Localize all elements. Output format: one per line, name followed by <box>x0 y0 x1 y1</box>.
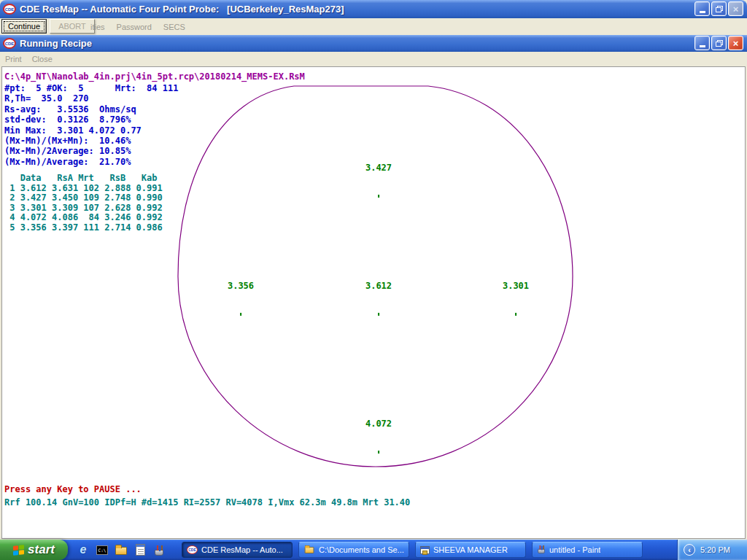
main-minimize-button[interactable] <box>694 1 710 16</box>
continue-button[interactable]: Continue <box>1 19 47 34</box>
wafer-point-bottom: 4.072 <box>357 398 400 474</box>
cde-app-icon: CDE <box>187 545 198 554</box>
paint-icon[interactable] <box>152 543 166 556</box>
wafer-point-value: 3.301 <box>495 281 537 291</box>
taskbar-item-sheeva-manager[interactable]: SHEEVA MANAGER <box>415 542 526 558</box>
quick-launch-bar: e C:\ <box>68 543 173 556</box>
wafer-point-value: 3.427 <box>357 163 400 173</box>
cde-app-icon: CDE <box>3 4 16 15</box>
recipe-window-title: Running Recipe <box>20 38 92 49</box>
taskbar-item-paint[interactable]: untitled - Paint <box>532 542 643 558</box>
wafer-point-marker <box>515 313 516 316</box>
app-window-icon <box>420 546 430 554</box>
wafer-point-marker <box>378 195 379 198</box>
recipe-restore-button[interactable] <box>711 36 727 50</box>
main-close-button[interactable]: × <box>728 1 743 16</box>
menu-item-utilities[interactable]: ities <box>90 23 105 31</box>
start-button-label: start <box>28 542 55 557</box>
recipe-window-titlebar: CDE Running Recipe × <box>0 35 747 52</box>
recipe-close-button[interactable]: × <box>728 36 743 50</box>
paint-icon <box>538 549 545 553</box>
wafer-point-left: 3.356 <box>220 260 262 336</box>
tray-chevron-icon[interactable]: ‹ <box>684 544 695 556</box>
menu-item-secs[interactable]: SECS <box>163 23 185 31</box>
command-prompt-icon[interactable]: C:\ <box>96 543 109 556</box>
wafer-point-value: 3.612 <box>357 281 400 291</box>
taskbar: start e C:\ CDE CDE ResMap -- Auto... C:… <box>0 540 747 560</box>
probe-status-line: Rrf 100.14 GnV=100 IDPf=H #d=1415 RI=255… <box>4 497 410 508</box>
wafer-point-value: 3.356 <box>220 281 262 291</box>
recipe-results-panel: C:\4p_NT\Nanolab_4in.prj\4in_5pt.rcp\201… <box>1 66 746 539</box>
internet-explorer-icon[interactable]: e <box>77 543 90 556</box>
notepad-icon[interactable] <box>133 543 147 556</box>
main-window-titlebar: CDE CDE ResMap -- Automatic Four Point P… <box>0 0 747 18</box>
main-restore-button[interactable] <box>711 1 727 16</box>
system-tray: ‹ 5:20 PM <box>677 540 747 560</box>
running-recipe-window: CDE Running Recipe × Print Close C:\4p_N… <box>0 35 747 540</box>
cde-app-icon: CDE <box>3 38 16 49</box>
folder-icon <box>305 547 314 553</box>
windows-flag-icon <box>13 545 24 556</box>
task-button-area: CDE CDE ResMap -- Auto... C:\Documents a… <box>173 542 677 558</box>
wafer-point-marker <box>378 313 379 316</box>
wafer-point-marker <box>240 313 241 316</box>
menu-item-close[interactable]: Close <box>32 55 53 63</box>
wafer-point-right: 3.301 <box>495 260 537 336</box>
wafer-point-top: 3.427 <box>357 142 400 218</box>
folder-icon[interactable] <box>115 543 128 556</box>
recipe-minimize-button[interactable] <box>694 36 710 50</box>
wafer-point-marker <box>378 451 379 454</box>
desktop: CDE CDE ResMap -- Automatic Four Point P… <box>0 0 747 560</box>
recipe-window-menubar: Print Close <box>0 52 747 66</box>
taskbar-item-documents-folder[interactable]: C:\Documents and Se... <box>298 542 409 558</box>
pause-message: Press any Key to PAUSE ... <box>4 484 142 494</box>
menu-item-print[interactable]: Print <box>5 55 22 63</box>
wafer-point-center: 3.612 <box>357 260 400 336</box>
wafer-point-value: 4.072 <box>357 419 400 429</box>
taskbar-clock: 5:20 PM <box>700 545 730 554</box>
start-button[interactable]: start <box>0 540 68 560</box>
taskbar-item-cde-resmap[interactable]: CDE CDE ResMap -- Auto... <box>182 542 293 558</box>
main-window-title: CDE ResMap -- Automatic Four Point Probe… <box>20 4 344 15</box>
main-window-toolbar: Continue ABORT ities Password SECS <box>0 18 747 35</box>
abort-button[interactable]: ABORT <box>50 19 95 34</box>
menu-item-password[interactable]: Password <box>117 23 152 31</box>
